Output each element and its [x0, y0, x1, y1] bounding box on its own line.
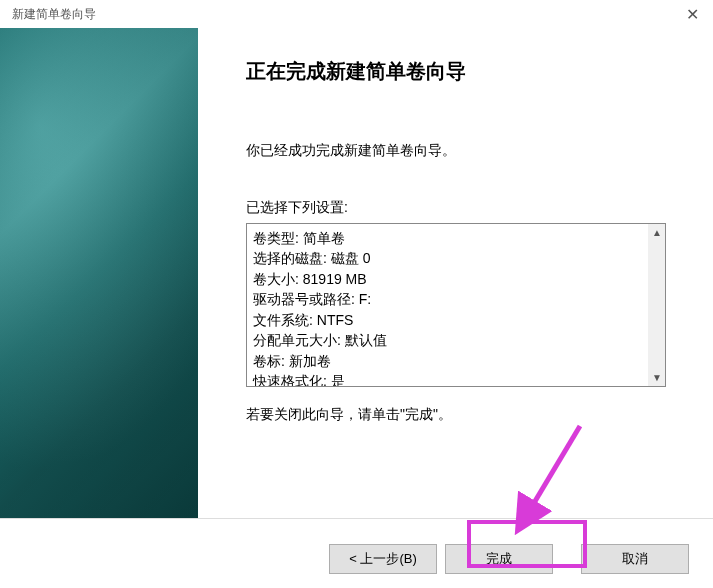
wizard-heading: 正在完成新建简单卷向导 — [246, 58, 679, 85]
wizard-content: 正在完成新建简单卷向导 你已经成功完成新建简单卷向导。 已选择下列设置: 卷类型… — [198, 28, 713, 518]
back-button[interactable]: < 上一步(B) — [329, 544, 437, 574]
settings-label: 已选择下列设置: — [246, 199, 679, 217]
button-divider — [0, 518, 713, 519]
finish-button[interactable]: 完成 — [445, 544, 553, 574]
settings-content: 卷类型: 简单卷 选择的磁盘: 磁盘 0 卷大小: 81919 MB 驱动器号或… — [247, 224, 648, 386]
scroll-down-icon[interactable]: ▼ — [649, 369, 665, 386]
settings-listbox[interactable]: 卷类型: 简单卷 选择的磁盘: 磁盘 0 卷大小: 81919 MB 驱动器号或… — [246, 223, 666, 387]
dialog-body: 正在完成新建简单卷向导 你已经成功完成新建简单卷向导。 已选择下列设置: 卷类型… — [0, 28, 713, 518]
scrollbar[interactable]: ▲ ▼ — [648, 224, 665, 386]
wizard-success-text: 你已经成功完成新建简单卷向导。 — [246, 141, 679, 161]
scroll-track[interactable] — [649, 241, 665, 369]
wizard-side-image — [0, 28, 198, 518]
close-icon[interactable]: ✕ — [680, 5, 705, 24]
button-row: < 上一步(B) 完成 取消 — [329, 544, 689, 574]
wizard-close-hint: 若要关闭此向导，请单击"完成"。 — [246, 405, 679, 425]
cancel-button[interactable]: 取消 — [581, 544, 689, 574]
titlebar: 新建简单卷向导 ✕ — [0, 0, 713, 28]
scroll-up-icon[interactable]: ▲ — [649, 224, 665, 241]
window-title: 新建简单卷向导 — [8, 6, 96, 23]
